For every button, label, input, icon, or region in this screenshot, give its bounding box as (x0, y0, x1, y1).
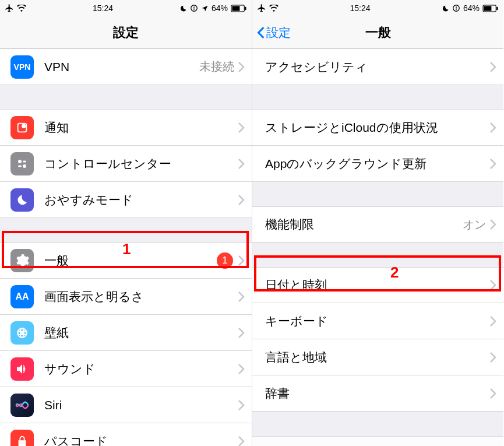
svg-point-7 (18, 160, 22, 163)
wifi-icon (17, 5, 26, 12)
siri-icon (10, 394, 34, 417)
row-display[interactable]: AA 画面表示と明るさ (0, 279, 252, 315)
callout-1: 1 (122, 240, 131, 258)
row-label: サウンド (44, 361, 238, 377)
control-center-icon (10, 152, 34, 175)
chevron-right-icon (489, 279, 496, 291)
chevron-right-icon (238, 327, 245, 339)
chevron-right-icon (489, 352, 496, 363)
row-notifications[interactable]: 通知 (0, 110, 252, 146)
row-restrictions[interactable]: 機能制限 オン (252, 206, 503, 243)
row-label: 画面表示と明るさ (44, 289, 238, 305)
chevron-right-icon (238, 158, 245, 170)
row-passcode[interactable]: パスコード (0, 423, 252, 446)
row-siri[interactable]: Siri (0, 387, 252, 423)
row-label: おやすみモード (44, 192, 238, 208)
row-label: 壁紙 (44, 325, 238, 341)
row-keyboard[interactable]: キーボード (252, 303, 503, 339)
passcode-icon (10, 430, 34, 447)
row-language[interactable]: 言語と地域 (252, 339, 503, 375)
row-control-center[interactable]: コントロールセンター (0, 146, 252, 182)
row-label: 機能制限 (265, 216, 463, 233)
chevron-right-icon (489, 219, 496, 230)
chevron-right-icon (238, 436, 245, 447)
svg-point-6 (22, 125, 26, 128)
svg-point-1 (194, 9, 195, 9)
row-label: Appのバックグラウンド更新 (265, 156, 489, 172)
location-icon (201, 5, 209, 12)
row-dictionary[interactable]: 辞書 (252, 375, 503, 412)
row-itunes-wifi[interactable]: iTunes Wi-Fi同期 (252, 436, 503, 446)
dnd-icon (10, 188, 34, 212)
svg-rect-4 (245, 6, 246, 10)
battery-percent: 64% (463, 3, 480, 13)
badge: 1 (217, 252, 233, 269)
chevron-right-icon (238, 194, 245, 206)
row-value: オン (463, 217, 486, 233)
status-right: 64% (179, 3, 247, 13)
row-label: VPN (44, 60, 199, 74)
back-label: 設定 (266, 24, 291, 41)
row-label: Siri (44, 398, 238, 412)
row-sound[interactable]: サウンド (0, 351, 252, 387)
row-vpn[interactable]: VPN VPN 未接続 (0, 49, 252, 85)
status-left (5, 3, 26, 13)
svg-point-9 (23, 164, 26, 168)
battery-percent: 64% (212, 3, 228, 13)
chevron-left-icon (257, 26, 265, 39)
row-label: コントロールセンター (44, 156, 238, 172)
row-dnd[interactable]: おやすみモード (0, 182, 252, 218)
status-bar: 15:24 64% (252, 0, 503, 16)
airplane-icon (5, 3, 14, 13)
left-phone-settings: 15:24 64% 設定 VPN VPN 未接続 通知 (0, 0, 252, 446)
chevron-right-icon (238, 291, 245, 303)
chevron-right-icon (238, 255, 245, 266)
chevron-right-icon (489, 315, 496, 327)
battery-icon (482, 5, 499, 12)
chevron-right-icon (489, 122, 496, 134)
display-icon: AA (10, 285, 34, 308)
status-right: 64% (442, 3, 499, 13)
svg-rect-16 (484, 6, 491, 10)
page-title: 一般 (365, 24, 391, 41)
row-accessibility[interactable]: アクセシビリティ (252, 49, 503, 85)
moon-icon (179, 5, 187, 12)
svg-rect-10 (18, 165, 22, 167)
status-bar: 15:24 64% (0, 0, 252, 16)
status-time: 15:24 (350, 3, 370, 13)
svg-rect-17 (496, 6, 498, 10)
row-value: 未接続 (199, 59, 234, 75)
back-button[interactable]: 設定 (257, 24, 291, 41)
row-background-refresh[interactable]: Appのバックグラウンド更新 (252, 146, 503, 182)
nav-bar: 設定 一般 (252, 16, 503, 49)
page-title: 設定 (113, 24, 139, 41)
wifi-icon (269, 5, 279, 12)
svg-rect-3 (232, 6, 239, 10)
moon-icon (442, 5, 449, 12)
notifications-icon (10, 116, 34, 139)
row-storage[interactable]: ストレージとiCloudの使用状況 (252, 110, 503, 146)
chevron-right-icon (489, 388, 496, 399)
airplane-icon (257, 3, 266, 13)
rotation-lock-icon (452, 4, 460, 12)
status-time: 15:24 (93, 3, 113, 13)
row-label: 日付と時刻 (265, 277, 489, 293)
row-label: パスコード (44, 433, 238, 447)
callout-2: 2 (390, 264, 399, 282)
vpn-icon: VPN (10, 55, 34, 79)
row-datetime[interactable]: 日付と時刻 (252, 267, 503, 303)
row-label: キーボード (265, 313, 489, 329)
rotation-lock-icon (190, 4, 198, 12)
chevron-right-icon (489, 61, 496, 73)
sound-icon (10, 357, 34, 381)
row-label: ストレージとiCloudの使用状況 (265, 120, 489, 136)
wallpaper-icon (10, 321, 34, 345)
svg-point-14 (456, 9, 457, 9)
status-left (257, 3, 279, 13)
chevron-right-icon (489, 158, 496, 170)
chevron-right-icon (238, 399, 245, 411)
row-label: アクセシビリティ (265, 59, 489, 75)
svg-rect-8 (23, 160, 26, 162)
row-label: 通知 (44, 120, 238, 136)
row-wallpaper[interactable]: 壁紙 (0, 315, 252, 351)
